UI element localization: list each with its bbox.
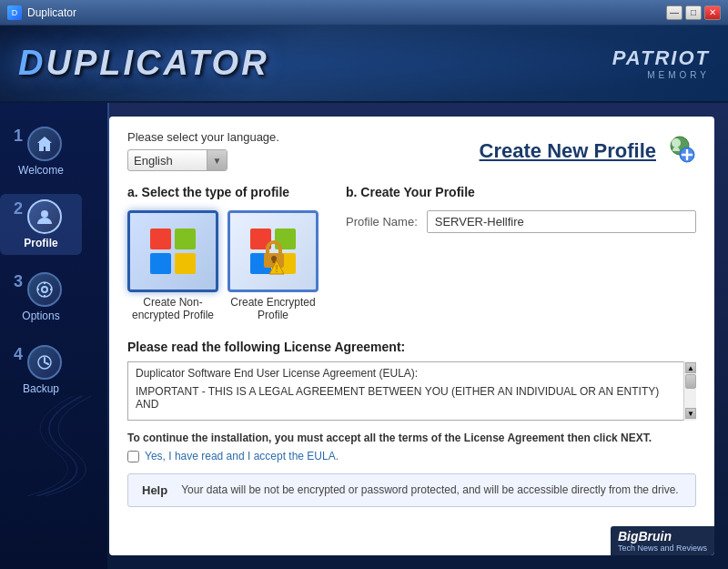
windows-logo-lock: ! bbox=[246, 224, 300, 279]
non-encrypted-card-image bbox=[127, 210, 218, 292]
eula-checkbox[interactable] bbox=[127, 451, 139, 462]
bigbruin-sub: Tech News and Reviews bbox=[618, 544, 707, 553]
window-title: Duplicator bbox=[27, 6, 76, 19]
welcome-icon bbox=[27, 127, 62, 161]
windows-logo-plain bbox=[146, 224, 200, 279]
sidebar-step-3: 3 Options bbox=[0, 267, 109, 328]
language-prompt: Please select your language. bbox=[127, 130, 279, 144]
svg-text:!: ! bbox=[275, 263, 278, 274]
profile-type-cards: Create Non-encrypted Profile bbox=[127, 210, 318, 321]
scroll-thumb[interactable] bbox=[685, 374, 696, 389]
svg-point-0 bbox=[41, 210, 48, 218]
new-profile-icon bbox=[663, 131, 696, 170]
sidebar-step-2: 2 Profile bbox=[0, 194, 109, 255]
language-dropdown[interactable]: English ▼ bbox=[127, 149, 228, 171]
license-text-box[interactable]: Duplicator Software End User License Agr… bbox=[127, 361, 696, 421]
svg-point-1 bbox=[42, 287, 47, 292]
language-section: Please select your language. English ▼ bbox=[127, 130, 279, 171]
page-title: Create New Profile bbox=[480, 131, 696, 170]
encrypted-label: Create Encrypted Profile bbox=[228, 296, 318, 321]
content-header: Please select your language. English ▼ C… bbox=[127, 130, 696, 171]
step-number-3: 3 bbox=[14, 272, 23, 291]
language-value: English bbox=[128, 154, 207, 168]
close-button[interactable]: ✕ bbox=[704, 5, 721, 20]
profile-name-input[interactable] bbox=[427, 210, 696, 233]
scroll-up-button[interactable]: ▲ bbox=[685, 362, 696, 373]
help-section: Help Your data will be not be encrypted … bbox=[127, 473, 696, 507]
profile-name-row: Profile Name: bbox=[346, 210, 696, 233]
profile-name-label: Profile Name: bbox=[346, 215, 418, 229]
app-icon: D bbox=[7, 5, 22, 20]
maximize-button[interactable]: □ bbox=[685, 5, 702, 20]
svg-rect-16 bbox=[175, 253, 196, 274]
sidebar-item-welcome[interactable]: 1 Welcome bbox=[0, 121, 82, 182]
license-line-1: Duplicator Software End User License Agr… bbox=[136, 367, 677, 380]
bigbruin-badge: BigBruin Tech News and Reviews bbox=[611, 526, 714, 555]
sidebar-step-1: 1 Welcome bbox=[0, 121, 109, 182]
patriot-logo: PATRIOT MEMORY bbox=[612, 46, 710, 80]
help-text: Your data will be not be encrypted or pa… bbox=[181, 483, 679, 496]
svg-rect-13 bbox=[150, 229, 171, 249]
title-bar-left: D Duplicator bbox=[7, 5, 76, 20]
title-bar: D Duplicator — □ ✕ bbox=[0, 0, 728, 25]
license-notice-text: To continue the installation, you must a… bbox=[127, 432, 652, 444]
step-number-2: 2 bbox=[14, 199, 23, 218]
sidebar-item-profile[interactable]: 2 Profile bbox=[0, 194, 82, 255]
app-header: DUPLICATOR PATRIOT MEMORY bbox=[0, 25, 728, 103]
license-title: Please read the following License Agreem… bbox=[127, 340, 696, 354]
svg-point-9 bbox=[672, 138, 681, 147]
license-notice: To continue the installation, you must a… bbox=[127, 432, 696, 444]
app-logo: DUPLICATOR bbox=[18, 44, 269, 83]
app-container: DUPLICATOR PATRIOT MEMORY 1 bbox=[0, 25, 728, 569]
section-a: a. Select the type of profile bbox=[127, 185, 318, 321]
non-encrypted-profile-card[interactable]: Create Non-encrypted Profile bbox=[127, 210, 218, 321]
profile-sections: a. Select the type of profile bbox=[127, 185, 696, 321]
license-box-wrapper: Duplicator Software End User License Agr… bbox=[127, 361, 696, 421]
dropdown-arrow-icon: ▼ bbox=[207, 150, 227, 170]
profile-icon bbox=[27, 199, 62, 234]
svg-rect-15 bbox=[150, 253, 171, 274]
encrypted-profile-card[interactable]: ! Create Encrypted Profile bbox=[228, 210, 318, 321]
options-icon bbox=[27, 272, 62, 307]
step-number-1: 1 bbox=[14, 127, 23, 146]
app-body: 1 Welcome 2 bbox=[0, 103, 728, 569]
sidebar-item-options[interactable]: 3 Options bbox=[0, 267, 82, 328]
sidebar-label-options: Options bbox=[22, 310, 59, 322]
sidebar-decoration bbox=[9, 387, 100, 496]
section-b: b. Create Your Profile Profile Name: bbox=[346, 185, 696, 321]
section-b-title: b. Create Your Profile bbox=[346, 185, 696, 199]
svg-point-2 bbox=[37, 282, 52, 297]
section-a-title: a. Select the type of profile bbox=[127, 185, 318, 199]
sidebar-label-profile: Profile bbox=[24, 237, 57, 249]
minimize-button[interactable]: — bbox=[666, 5, 682, 20]
main-content: Please select your language. English ▼ C… bbox=[109, 117, 714, 555]
brand-name: PATRIOT bbox=[612, 46, 710, 70]
brand-sub: MEMORY bbox=[612, 70, 710, 80]
encrypted-card-image: ! bbox=[228, 210, 318, 292]
help-label: Help bbox=[142, 483, 167, 497]
backup-icon bbox=[27, 345, 62, 380]
non-encrypted-label: Create Non-encrypted Profile bbox=[127, 296, 218, 321]
bigbruin-name: BigBruin bbox=[618, 529, 707, 544]
step-number-4: 4 bbox=[14, 345, 23, 364]
license-checkbox-row: Yes, I have read and I accept the EULA. bbox=[127, 450, 696, 462]
license-line-2: IMPORTANT - THIS IS A LEGAL AGREEMENT BE… bbox=[136, 385, 677, 411]
sidebar: 1 Welcome 2 bbox=[0, 103, 109, 569]
eula-checkbox-label[interactable]: Yes, I have read and I accept the EULA. bbox=[145, 450, 339, 462]
svg-rect-14 bbox=[175, 229, 196, 249]
scroll-down-button[interactable]: ▼ bbox=[685, 408, 696, 419]
license-section: Please read the following License Agreem… bbox=[127, 340, 696, 421]
title-bar-buttons: — □ ✕ bbox=[666, 5, 721, 20]
sidebar-label-welcome: Welcome bbox=[18, 164, 64, 177]
license-scrollbar[interactable]: ▲ ▼ bbox=[683, 361, 696, 421]
